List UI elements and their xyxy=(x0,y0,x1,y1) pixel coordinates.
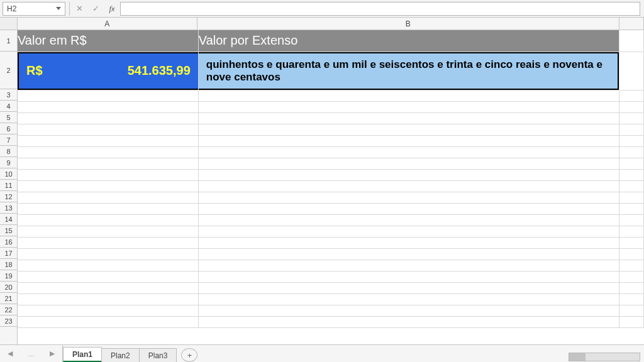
select-all-corner[interactable] xyxy=(0,18,18,30)
cancel-icon[interactable]: ✕ xyxy=(71,2,87,16)
empty-cell[interactable] xyxy=(18,169,198,180)
row-header[interactable]: 22 xyxy=(0,304,17,315)
empty-cell[interactable] xyxy=(619,248,643,260)
empty-cell[interactable] xyxy=(619,203,643,214)
empty-cell[interactable] xyxy=(619,158,643,169)
row-header[interactable]: 7 xyxy=(0,134,17,146)
horizontal-scrollbar[interactable] xyxy=(569,352,644,362)
cell-b1[interactable]: Valor por Extenso xyxy=(198,30,619,52)
empty-cell[interactable] xyxy=(198,316,619,327)
cells-area[interactable]: Valor em R$ Valor por Extenso R$ 541.635… xyxy=(18,30,644,344)
tab-nav-prev-icon[interactable]: ◀ xyxy=(8,349,13,358)
row-header[interactable]: 15 xyxy=(0,225,17,236)
row-header[interactable]: 19 xyxy=(0,270,17,282)
row-header[interactable]: 17 xyxy=(0,248,17,259)
empty-cell[interactable] xyxy=(619,124,643,135)
row-header[interactable]: 14 xyxy=(0,214,17,225)
empty-cell[interactable] xyxy=(18,90,198,101)
scrollbar-track[interactable] xyxy=(569,353,640,361)
formula-input[interactable] xyxy=(120,2,640,16)
row-header[interactable]: 1 xyxy=(0,30,17,52)
empty-cell[interactable] xyxy=(619,180,643,192)
column-header-b[interactable]: B xyxy=(197,18,619,30)
empty-cell[interactable] xyxy=(18,124,198,135)
empty-cell[interactable] xyxy=(619,135,643,146)
empty-cell[interactable] xyxy=(18,282,198,293)
empty-cell[interactable] xyxy=(619,282,643,293)
empty-cell[interactable] xyxy=(198,158,619,169)
row-header[interactable]: 21 xyxy=(0,293,17,304)
row-header[interactable]: 4 xyxy=(0,101,17,112)
empty-cell[interactable] xyxy=(619,271,643,282)
empty-cell[interactable] xyxy=(198,203,619,214)
cell-c2-empty[interactable] xyxy=(619,52,643,90)
scrollbar-thumb[interactable] xyxy=(569,353,586,361)
row-header[interactable]: 18 xyxy=(0,259,17,270)
empty-cell[interactable] xyxy=(619,226,643,237)
empty-cell[interactable] xyxy=(198,305,619,316)
empty-cell[interactable] xyxy=(619,101,643,112)
sheet-tab-active[interactable]: Plan1 xyxy=(63,347,102,362)
row-header[interactable]: 2 xyxy=(0,52,17,89)
empty-cell[interactable] xyxy=(198,180,619,192)
empty-cell[interactable] xyxy=(198,124,619,135)
row-header[interactable]: 11 xyxy=(0,180,17,191)
empty-cell[interactable] xyxy=(198,226,619,237)
empty-cell[interactable] xyxy=(18,135,198,146)
row-header[interactable]: 9 xyxy=(0,157,17,168)
empty-cell[interactable] xyxy=(198,282,619,293)
empty-cell[interactable] xyxy=(198,169,619,180)
empty-cell[interactable] xyxy=(18,260,198,271)
empty-cell[interactable] xyxy=(198,271,619,282)
empty-cell[interactable] xyxy=(619,316,643,327)
row-header[interactable]: 8 xyxy=(0,146,17,157)
cell-c1-empty[interactable] xyxy=(619,30,643,52)
empty-cell[interactable] xyxy=(18,226,198,237)
row-header[interactable]: 3 xyxy=(0,89,17,101)
empty-cell[interactable] xyxy=(198,90,619,101)
empty-cell[interactable] xyxy=(198,101,619,112)
cell-a2[interactable]: R$ 541.635,99 xyxy=(18,52,198,90)
cell-b2[interactable]: quinhentos e quarenta e um mil e seiscen… xyxy=(199,52,619,90)
sheet-tab-2[interactable]: Plan2 xyxy=(101,348,140,362)
row-header[interactable]: 5 xyxy=(0,112,17,123)
empty-cell[interactable] xyxy=(619,192,643,203)
empty-cell[interactable] xyxy=(619,169,643,180)
empty-cell[interactable] xyxy=(18,271,198,282)
row-header[interactable]: 13 xyxy=(0,202,17,214)
fx-icon[interactable]: fx xyxy=(104,2,120,16)
empty-cell[interactable] xyxy=(198,214,619,226)
empty-cell[interactable] xyxy=(198,146,619,158)
row-header[interactable]: 10 xyxy=(0,168,17,180)
row-header[interactable]: 6 xyxy=(0,123,17,134)
empty-cell[interactable] xyxy=(18,158,198,169)
empty-cell[interactable] xyxy=(619,237,643,248)
empty-cell[interactable] xyxy=(198,112,619,124)
empty-cell[interactable] xyxy=(18,146,198,158)
empty-cell[interactable] xyxy=(18,305,198,316)
empty-cell[interactable] xyxy=(198,135,619,146)
empty-cell[interactable] xyxy=(619,146,643,158)
empty-cell[interactable] xyxy=(619,214,643,226)
accept-icon[interactable]: ✓ xyxy=(87,2,104,16)
empty-cell[interactable] xyxy=(619,260,643,271)
empty-cell[interactable] xyxy=(198,248,619,260)
add-sheet-button[interactable]: + xyxy=(181,348,197,362)
empty-cell[interactable] xyxy=(18,237,198,248)
row-header[interactable]: 23 xyxy=(0,315,17,327)
empty-cell[interactable] xyxy=(18,316,198,327)
empty-cell[interactable] xyxy=(619,112,643,124)
column-header-a[interactable]: A xyxy=(18,18,197,30)
empty-cell[interactable] xyxy=(198,293,619,305)
empty-cell[interactable] xyxy=(18,248,198,260)
empty-cell[interactable] xyxy=(18,293,198,305)
sheet-tab-3[interactable]: Plan3 xyxy=(139,348,177,362)
empty-cell[interactable] xyxy=(198,192,619,203)
row-header[interactable]: 16 xyxy=(0,236,17,248)
row-header[interactable]: 12 xyxy=(0,191,17,202)
empty-cell[interactable] xyxy=(18,203,198,214)
empty-cell[interactable] xyxy=(18,180,198,192)
empty-cell[interactable] xyxy=(18,192,198,203)
row-header[interactable]: 20 xyxy=(0,282,17,293)
empty-cell[interactable] xyxy=(18,112,198,124)
